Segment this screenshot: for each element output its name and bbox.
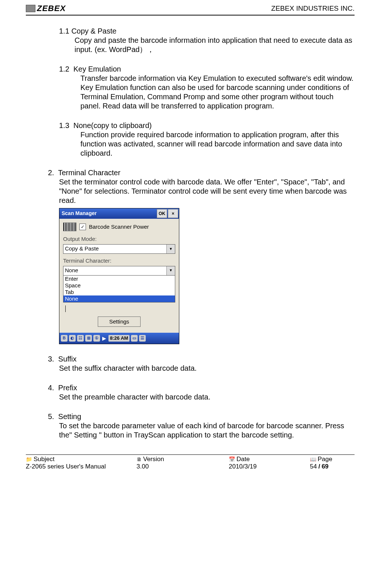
company-name: ZEBEX INDUSTRIES INC. <box>271 4 355 13</box>
taskbar-num-icon[interactable]: ① <box>93 335 100 342</box>
section-number: 1.3 <box>59 121 69 129</box>
logo: ZEBEX <box>26 4 66 13</box>
section-number: 2. <box>48 169 54 177</box>
output-mode-value: Copy & Paste <box>63 245 166 253</box>
chevron-down-icon[interactable]: ▼ <box>166 266 175 275</box>
taskbar-b-icon[interactable]: B <box>61 335 68 342</box>
section-body: Set the terminator control code with bar… <box>48 177 355 205</box>
output-mode-label: Output Mode: <box>63 236 175 243</box>
section-body: Function provide required barcode inform… <box>59 130 355 158</box>
chevron-down-icon[interactable]: ▼ <box>166 245 175 253</box>
taskbar-tray2-icon[interactable]: ☰ <box>139 335 146 342</box>
section-title: Terminal Character <box>58 169 120 177</box>
option-none[interactable]: None <box>63 295 175 302</box>
section-title: Setting <box>58 412 81 421</box>
section-number: 5. <box>48 412 54 421</box>
output-mode-combo[interactable]: Copy & Paste ▼ <box>63 244 175 254</box>
section-body: Set the preamble character with barcode … <box>48 392 355 402</box>
taskbar-net-icon[interactable]: ☷ <box>77 335 84 342</box>
logo-mark-icon <box>26 5 35 12</box>
taskbar-clock[interactable]: 8:26 AM <box>108 335 129 342</box>
window-title: Scan Manager <box>62 210 97 217</box>
section-number: 1.2 <box>59 65 69 73</box>
close-button[interactable]: × <box>168 209 178 218</box>
section-1-3: 1.3 None(copy to clipboard) Function pro… <box>59 121 355 158</box>
version-icon: 🗎 <box>137 456 142 462</box>
footer-subject-value: Z-2065 series User's Manual <box>26 463 106 470</box>
section-1-2: 1.2 Key Emulation Transfer barcode infor… <box>59 65 355 111</box>
logo-text: ZEBEX <box>37 4 66 13</box>
ok-button[interactable]: OK <box>157 209 167 218</box>
section-title: Suffix <box>58 355 77 363</box>
section-number: 3. <box>48 355 54 363</box>
power-checkbox[interactable]: ✓ <box>79 224 86 230</box>
terminal-char-combo[interactable]: None ▼ <box>63 266 175 276</box>
section-4: 4. Prefix Set the preamble character wit… <box>48 383 355 402</box>
section-title: None(copy to clipboard) <box>73 121 152 129</box>
date-icon: 📅 <box>229 456 235 462</box>
settings-button[interactable]: Settings <box>98 317 141 327</box>
terminal-char-listbox[interactable]: Enter Space Tab None <box>63 275 175 302</box>
terminal-char-value: None <box>63 266 166 275</box>
power-label: Barcode Scanner Power <box>89 224 149 231</box>
section-title: Copy & Paste <box>71 27 116 35</box>
section-body: Copy and paste the barcode information i… <box>59 36 355 54</box>
taskbar-win-icon[interactable]: ⊞ <box>85 335 92 342</box>
footer-version-label: Version <box>143 456 164 463</box>
section-body: To set the barcode parameter value of ea… <box>48 421 355 440</box>
option-tab[interactable]: Tab <box>63 289 175 295</box>
text-caret <box>65 305 175 312</box>
section-title: Key Emulation <box>73 65 121 73</box>
titlebar: Scan Manager OK × <box>59 208 179 219</box>
footer-version-value: 3.00 <box>137 463 149 470</box>
taskbar-tray1-icon[interactable]: ▭ <box>131 335 138 342</box>
page-footer: 📁Subject 🗎Version 📅Date 📖Page Z-2065 ser… <box>26 454 355 470</box>
content-body: 1.1 Copy & Paste Copy and paste the barc… <box>26 27 355 440</box>
footer-page-sep: / <box>318 463 320 470</box>
folder-icon: 📁 <box>26 456 32 462</box>
taskbar: B ◐ ☷ ⊞ ① ▶ 8:26 AM ▭ ☰ <box>59 333 179 344</box>
section-body: Transfer barcode information via Key Emu… <box>59 74 355 111</box>
section-3: 3. Suffix Set the suffix character with … <box>48 354 355 373</box>
page-icon: 📖 <box>310 456 316 462</box>
scan-manager-screenshot: Scan Manager OK × ✓ Barcode Scanner Powe… <box>59 208 179 344</box>
section-title: Prefix <box>58 384 77 392</box>
footer-page-current: 54 <box>310 463 317 470</box>
footer-subject-label: Subject <box>34 456 55 463</box>
section-number: 1.1 <box>59 27 69 35</box>
taskbar-app-icon[interactable]: ◐ <box>69 335 76 342</box>
section-number: 4. <box>48 384 54 392</box>
terminal-char-label: Terminal Character: <box>63 257 175 264</box>
section-1-1: 1.1 Copy & Paste Copy and paste the barc… <box>59 27 355 54</box>
taskbar-arrow-icon: ▶ <box>101 335 107 342</box>
section-body: Set the suffix character with barcode da… <box>48 364 355 373</box>
footer-page-label: Page <box>318 456 332 463</box>
footer-date-value: 2010/3/19 <box>229 463 257 470</box>
footer-page-total: 69 <box>322 463 329 470</box>
section-5: 5. Setting To set the barcode parameter … <box>48 412 355 440</box>
section-2: 2. Terminal Character Set the terminator… <box>48 168 355 344</box>
option-space[interactable]: Space <box>63 282 175 289</box>
barcode-icon <box>63 222 76 231</box>
footer-date-label: Date <box>236 456 250 463</box>
option-enter[interactable]: Enter <box>63 276 175 282</box>
page-header: ZEBEX ZEBEX INDUSTRIES INC. <box>26 4 355 15</box>
